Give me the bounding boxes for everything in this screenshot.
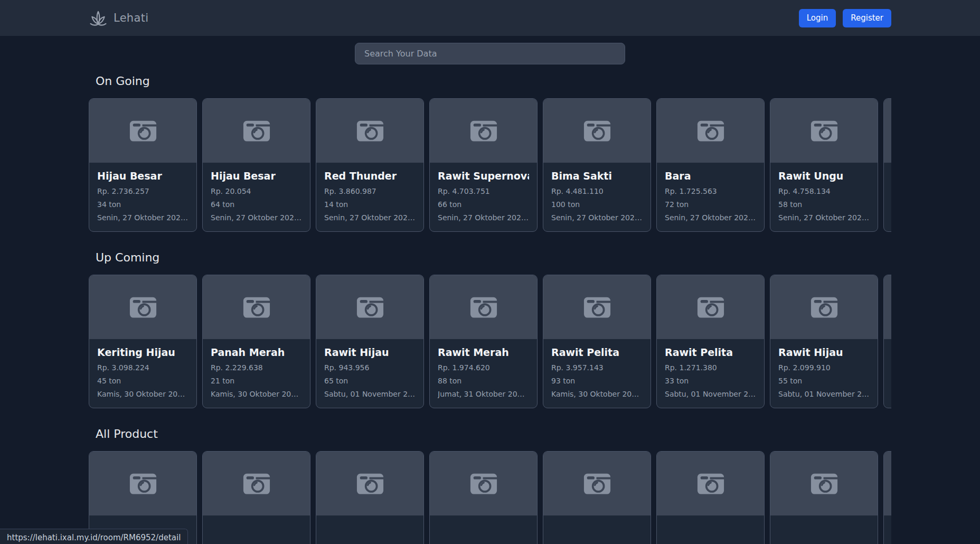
card-price: Rp. 1.974.620 [438, 363, 529, 372]
product-card[interactable]: Rawit Hijau Rp. 943.956 65 ton Sabtu, 01… [316, 275, 424, 408]
product-card[interactable] [429, 451, 538, 544]
section-title: On Going [96, 74, 891, 88]
card-body: Rawit Hijau Rp. 2.099.910 55 ton Sabtu, … [770, 339, 878, 406]
card-body: Hijau Besar Rp. 2.736.257 34 ton Senin, … [89, 163, 196, 229]
card-title: Hijau Besar [211, 170, 302, 183]
camera-icon [811, 472, 838, 495]
image-placeholder [89, 99, 196, 163]
product-card[interactable] [883, 98, 891, 232]
product-card[interactable]: Hijau Besar Rp. 20.054 64 ton Senin, 27 … [202, 98, 310, 232]
card-weight: 45 ton [97, 376, 189, 386]
card-price: Rp. 3.957.143 [551, 363, 643, 372]
card-weight: 93 ton [551, 376, 643, 386]
card-weight: 88 ton [438, 376, 529, 386]
product-section: On Going Hijau Besar Rp. 2.736.257 34 to… [89, 74, 891, 232]
card-price: Rp. 4.481.110 [551, 186, 643, 196]
card-title: Rawit Supernova [438, 170, 529, 183]
card-price: Rp. 2.736.257 [97, 186, 189, 196]
card-title: Panah Merah [211, 346, 302, 359]
card-price: Rp. 3.098.224 [97, 363, 189, 372]
card-price: Rp. 2.099.910 [778, 363, 870, 372]
product-card[interactable]: Hijau Besar Rp. 2.736.257 34 ton Senin, … [89, 98, 197, 232]
search-bar [0, 43, 980, 64]
search-input[interactable] [355, 43, 625, 64]
card-weight: 14 ton [324, 200, 416, 209]
card-weight: 72 ton [665, 200, 756, 209]
card-title: Keriting Hijau [97, 346, 189, 359]
card-date: Senin, 27 Oktober 2025 11… [211, 213, 302, 222]
product-card[interactable]: Keriting Hijau Rp. 3.098.224 45 ton Kami… [89, 275, 197, 408]
camera-icon [470, 296, 497, 318]
product-card[interactable]: Rawit Hijau Rp. 2.099.910 55 ton Sabtu, … [770, 275, 878, 408]
product-card[interactable]: Bara Rp. 1.725.563 72 ton Senin, 27 Okto… [656, 98, 765, 232]
product-card[interactable] [543, 451, 651, 544]
product-card[interactable]: Rawit Pelita Rp. 1.271.380 33 ton Sabtu,… [656, 275, 765, 408]
image-placeholder [89, 452, 196, 515]
product-card[interactable] [202, 451, 310, 544]
card-date: Senin, 27 Oktober 2025 11… [324, 213, 416, 222]
product-card[interactable]: Red Thunder Rp. 3.860.987 14 ton Senin, … [316, 98, 424, 232]
product-card[interactable] [883, 451, 891, 544]
card-body [884, 163, 891, 229]
card-weight: 21 ton [211, 376, 302, 386]
sections-container: On Going Hijau Besar Rp. 2.736.257 34 to… [89, 74, 891, 544]
product-card[interactable]: Panah Merah Rp. 2.229.638 21 ton Kamis, … [202, 275, 310, 408]
image-placeholder [430, 275, 537, 339]
card-row: Hijau Besar Rp. 2.736.257 34 ton Senin, … [89, 98, 891, 232]
section-title: All Product [96, 427, 891, 440]
image-placeholder [543, 99, 651, 163]
card-date: Kamis, 30 Oktober 2025 1… [211, 389, 302, 399]
card-title: Rawit Hijau [324, 346, 416, 359]
product-section: Up Coming Keriting Hijau Rp. 3.098.224 4… [89, 251, 891, 408]
product-card[interactable]: Bima Sakti Rp. 4.481.110 100 ton Senin, … [543, 98, 651, 232]
card-weight: 66 ton [438, 200, 529, 209]
product-card[interactable] [656, 451, 765, 544]
camera-icon [811, 119, 838, 142]
card-weight: 65 ton [324, 376, 416, 386]
camera-icon [356, 119, 384, 142]
login-button[interactable]: Login [799, 9, 836, 27]
image-placeholder [770, 99, 878, 163]
card-date: Kamis, 30 Oktober 2025 1… [97, 389, 189, 399]
camera-icon [583, 119, 611, 142]
image-placeholder [657, 99, 764, 163]
card-date: Senin, 27 Oktober 2025 11… [778, 213, 870, 222]
image-placeholder [884, 452, 891, 515]
card-title [551, 522, 643, 536]
register-button[interactable]: Register [843, 9, 891, 27]
product-card[interactable]: Rawit Merah Rp. 1.974.620 88 ton Jumat, … [429, 275, 538, 408]
product-card[interactable]: Rawit Pelita Rp. 3.957.143 93 ton Kamis,… [543, 275, 651, 408]
product-card[interactable]: Rawit Ungu Rp. 4.758.134 58 ton Senin, 2… [770, 98, 878, 232]
card-body: Rawit Supernova Rp. 4.703.751 66 ton Sen… [430, 163, 537, 229]
image-placeholder [770, 275, 878, 339]
card-weight: 34 ton [97, 200, 189, 209]
camera-icon [697, 119, 724, 142]
camera-icon [356, 296, 384, 318]
card-price [324, 539, 416, 544]
card-weight: 33 ton [665, 376, 756, 386]
image-placeholder [543, 452, 651, 515]
card-body [884, 515, 891, 544]
card-body: Bima Sakti Rp. 4.481.110 100 ton Senin, … [543, 163, 651, 229]
card-weight: 64 ton [211, 200, 302, 209]
product-card[interactable]: Rawit Supernova Rp. 4.703.751 66 ton Sen… [429, 98, 538, 232]
card-body [770, 515, 878, 544]
product-card[interactable] [770, 451, 878, 544]
card-title: Bima Sakti [551, 170, 643, 183]
product-card[interactable] [316, 451, 424, 544]
card-row: Keriting Hijau Rp. 3.098.224 45 ton Kami… [89, 275, 891, 408]
card-title: Rawit Merah [438, 346, 529, 359]
card-price: Rp. 1.725.563 [665, 186, 756, 196]
card-title: Red Thunder [324, 170, 416, 183]
image-placeholder [884, 99, 891, 163]
card-row [89, 451, 891, 544]
brand: Lehati [89, 10, 148, 27]
camera-icon [129, 119, 157, 142]
card-body: Hijau Besar Rp. 20.054 64 ton Senin, 27 … [203, 163, 310, 229]
card-title [778, 522, 870, 536]
auth-buttons: Login Register [799, 9, 891, 27]
camera-icon [811, 296, 838, 318]
product-card[interactable] [883, 275, 891, 408]
card-date: Sabtu, 01 November 2025 … [778, 389, 870, 399]
card-body [316, 515, 423, 544]
